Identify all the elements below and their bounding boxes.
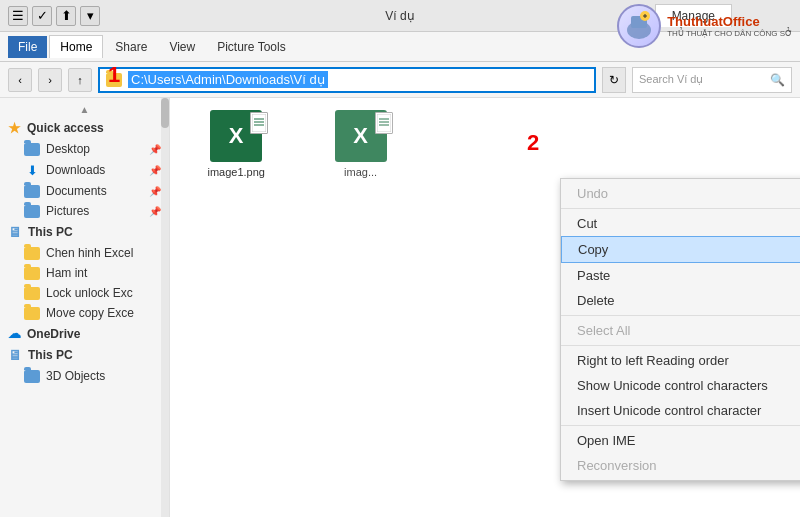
sidebar-item-3dobjects[interactable]: 3D Objects [0, 366, 169, 386]
sidebar-label-pictures: Pictures [46, 204, 89, 218]
sidebar-item-downloads[interactable]: ⬇ Downloads 📌 [0, 159, 169, 181]
search-icon: 🔍 [770, 73, 785, 87]
tab-view[interactable]: View [159, 36, 205, 58]
sidebar-item-thispc2[interactable]: 🖥 This PC [0, 344, 169, 366]
ctx-unicode-show-label: Show Unicode control characters [577, 378, 768, 393]
sidebar-item-thispc[interactable]: 🖥 This PC [0, 221, 169, 243]
sidebar-scrollbar-thumb[interactable] [161, 98, 169, 128]
svg-rect-9 [377, 114, 391, 132]
number-badge-2: 2 [527, 130, 539, 156]
excel-x-1: X [229, 123, 244, 149]
forward-button[interactable]: › [38, 68, 62, 92]
ctx-sep-3 [561, 345, 800, 346]
folder-icon-ham [24, 267, 40, 280]
sidebar-item-quick-access[interactable]: ★ Quick access [0, 117, 169, 139]
ctx-delete-label: Delete [577, 293, 615, 308]
pin-icon-pictures: 📌 [149, 206, 161, 217]
ctx-paste[interactable]: Paste [561, 263, 800, 288]
ctx-undo-label: Undo [577, 186, 608, 201]
excel-page-2 [375, 112, 393, 134]
sidebar-label-lock: Lock unlock Exc [46, 286, 133, 300]
sidebar-label-3d: 3D Objects [46, 369, 105, 383]
window-title: Ví dụ [385, 9, 414, 23]
thispc2-label: This PC [28, 348, 73, 362]
excel-page-1 [250, 112, 268, 134]
sidebar-scroll-up[interactable]: ▲ [80, 104, 90, 115]
ctx-select-all-label: Select All [577, 323, 630, 338]
ctx-cut[interactable]: Cut [561, 211, 800, 236]
content-area: X image1.png X [170, 98, 800, 517]
address-text: C:\Users\Admin\Downloads\Ví dụ [128, 71, 328, 88]
tb-btn-3[interactable]: ⬆ [56, 6, 76, 26]
ctx-open-ime[interactable]: Open IME [561, 428, 800, 453]
brand-tagline: THỦ THUẬT CHO DÂN CÔNG SỞ [667, 29, 792, 38]
star-icon: ★ [8, 120, 21, 136]
tab-home[interactable]: Home [49, 35, 103, 58]
pc-icon: 🖥 [8, 224, 22, 240]
file-item-2[interactable]: X imag... [302, 106, 418, 182]
sidebar-item-documents[interactable]: Documents 📌 [0, 181, 169, 201]
branding-block: ThuthuatOffice THỦ THUẬT CHO DÂN CÔNG SỞ [617, 4, 792, 48]
folder-icon-documents [24, 185, 40, 198]
file-item-1[interactable]: X image1.png [178, 106, 294, 182]
folder-icon-desktop [24, 143, 40, 156]
ctx-sep-4 [561, 425, 800, 426]
tb-btn-2[interactable]: ✓ [32, 6, 52, 26]
ctx-undo[interactable]: Undo [561, 181, 800, 206]
ctx-select-all[interactable]: Select All [561, 318, 800, 343]
file-name-2: imag... [344, 166, 377, 178]
ctx-rtl[interactable]: Right to left Reading order [561, 348, 800, 373]
up-button[interactable]: ↑ [68, 68, 92, 92]
onedrive-label: OneDrive [27, 327, 80, 341]
ctx-delete[interactable]: Delete [561, 288, 800, 313]
sidebar-label-ham: Ham int [46, 266, 87, 280]
main-layout: ▲ ★ Quick access Desktop 📌 ⬇ Downloads 📌… [0, 98, 800, 517]
brand-logo [617, 4, 661, 48]
address-box[interactable]: C:\Users\Admin\Downloads\Ví dụ [98, 67, 596, 93]
ctx-copy[interactable]: Copy [561, 236, 800, 263]
sidebar-scrollbar-track [161, 98, 169, 517]
folder-icon-pictures [24, 205, 40, 218]
sidebar-item-move-copy[interactable]: Move copy Exce [0, 303, 169, 323]
tb-btn-4[interactable]: ▾ [80, 6, 100, 26]
sidebar-label-documents: Documents [46, 184, 107, 198]
back-button[interactable]: ‹ [8, 68, 32, 92]
ctx-reconversion[interactable]: Reconversion [561, 453, 800, 478]
pc-icon-2: 🖥 [8, 347, 22, 363]
sidebar-label-desktop: Desktop [46, 142, 90, 156]
ctx-unicode-insert[interactable]: Insert Unicode control character › [561, 398, 800, 423]
pin-icon-desktop: 📌 [149, 144, 161, 155]
sidebar: ▲ ★ Quick access Desktop 📌 ⬇ Downloads 📌… [0, 98, 170, 517]
ctx-reconversion-label: Reconversion [577, 458, 657, 473]
number-badge-1: 1 [108, 62, 120, 88]
search-box[interactable]: Search Ví dụ 🔍 [632, 67, 792, 93]
pin-icon-downloads: 📌 [149, 165, 161, 176]
excel-icon-2: X [335, 110, 387, 162]
sidebar-item-pictures[interactable]: Pictures 📌 [0, 201, 169, 221]
sidebar-item-lock-unlock[interactable]: Lock unlock Exc [0, 283, 169, 303]
sidebar-item-ham-int[interactable]: Ham int [0, 263, 169, 283]
tab-share[interactable]: Share [105, 36, 157, 58]
ctx-rtl-label: Right to left Reading order [577, 353, 729, 368]
sidebar-label-downloads: Downloads [46, 163, 105, 177]
title-bar: ☰ ✓ ⬆ ▾ Ví dụ Manage ThuthuatOffice THỦ … [0, 0, 800, 32]
brand-text: ThuthuatOffice THỦ THUẬT CHO DÂN CÔNG SỞ [667, 14, 792, 38]
sidebar-item-desktop[interactable]: Desktop 📌 [0, 139, 169, 159]
ctx-unicode-insert-label: Insert Unicode control character [577, 403, 761, 418]
tab-picture-tools[interactable]: Picture Tools [207, 36, 295, 58]
tab-file[interactable]: File [8, 36, 47, 58]
ctx-sep-2 [561, 315, 800, 316]
thispc-label: This PC [28, 225, 73, 239]
cloud-icon: ☁ [8, 326, 21, 341]
excel-x-2: X [353, 123, 368, 149]
ctx-unicode-show[interactable]: Show Unicode control characters [561, 373, 800, 398]
ctx-sep-1 [561, 208, 800, 209]
sidebar-item-onedrive[interactable]: ☁ OneDrive [0, 323, 169, 344]
ctx-copy-label: Copy [578, 242, 608, 257]
sidebar-item-chen-hinh[interactable]: Chen hinh Excel [0, 243, 169, 263]
context-menu: Undo Cut Copy Paste Delete Select All Ri… [560, 178, 800, 481]
refresh-button[interactable]: ↻ [602, 67, 626, 93]
tb-btn-1[interactable]: ☰ [8, 6, 28, 26]
quick-access-label: Quick access [27, 121, 104, 135]
download-icon: ⬇ [24, 162, 40, 178]
